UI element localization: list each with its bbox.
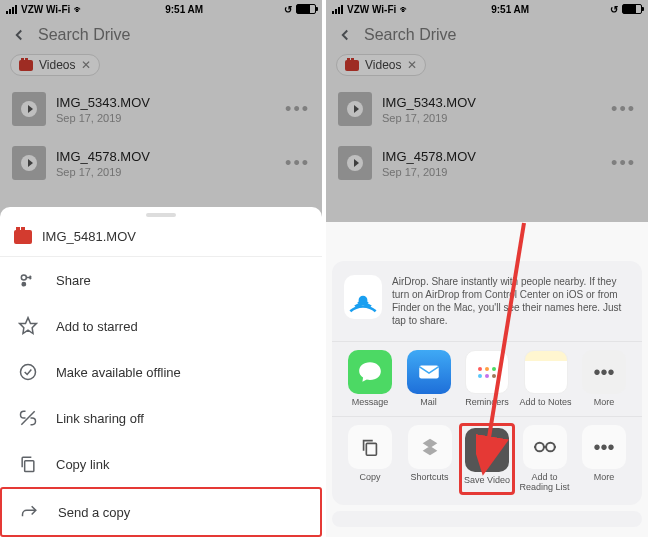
action-more[interactable]: •••More xyxy=(576,425,632,493)
copy-icon xyxy=(18,454,38,474)
svg-rect-6 xyxy=(419,366,439,379)
app-message[interactable]: Message xyxy=(342,350,398,408)
action-reading-list[interactable]: Add to Reading List xyxy=(517,425,573,493)
bottom-sheet: IMG_5481.MOV Share Add to starred Make a… xyxy=(0,207,322,537)
action-save-video[interactable]: Save Video xyxy=(459,423,515,495)
app-notes[interactable]: Add to Notes xyxy=(518,350,574,408)
menu-starred[interactable]: Add to starred xyxy=(0,303,322,349)
menu-send-copy[interactable]: Send a copy xyxy=(0,487,322,537)
svg-point-1 xyxy=(22,283,25,286)
svg-point-8 xyxy=(535,443,544,452)
app-mail[interactable]: Mail xyxy=(401,350,457,408)
menu-offline[interactable]: Make available offline xyxy=(0,349,322,395)
action-shortcuts[interactable]: Shortcuts xyxy=(402,425,458,493)
share-icon xyxy=(18,270,38,290)
link-off-icon xyxy=(18,408,38,428)
airdrop-icon[interactable] xyxy=(344,275,382,319)
menu-copy-link[interactable]: Copy link xyxy=(0,441,322,487)
video-icon xyxy=(14,230,32,244)
airdrop-text: AirDrop. Share instantly with people nea… xyxy=(392,275,630,327)
sheet-title: IMG_5481.MOV xyxy=(42,229,136,244)
app-reminders[interactable]: Reminders xyxy=(459,350,515,408)
menu-link-sharing[interactable]: Link sharing off xyxy=(0,395,322,441)
svg-marker-2 xyxy=(20,318,37,334)
star-icon xyxy=(18,316,38,336)
app-more[interactable]: •••More xyxy=(576,350,632,408)
svg-rect-4 xyxy=(25,461,34,472)
svg-point-3 xyxy=(21,365,36,380)
svg-rect-7 xyxy=(366,444,376,456)
action-copy[interactable]: Copy xyxy=(342,425,398,493)
svg-point-9 xyxy=(546,443,555,452)
svg-point-0 xyxy=(21,275,26,280)
ios-share-sheet: AirDrop. Share instantly with people nea… xyxy=(332,261,642,533)
send-icon xyxy=(20,502,40,522)
menu-share[interactable]: Share xyxy=(0,257,322,303)
offline-icon xyxy=(18,362,38,382)
